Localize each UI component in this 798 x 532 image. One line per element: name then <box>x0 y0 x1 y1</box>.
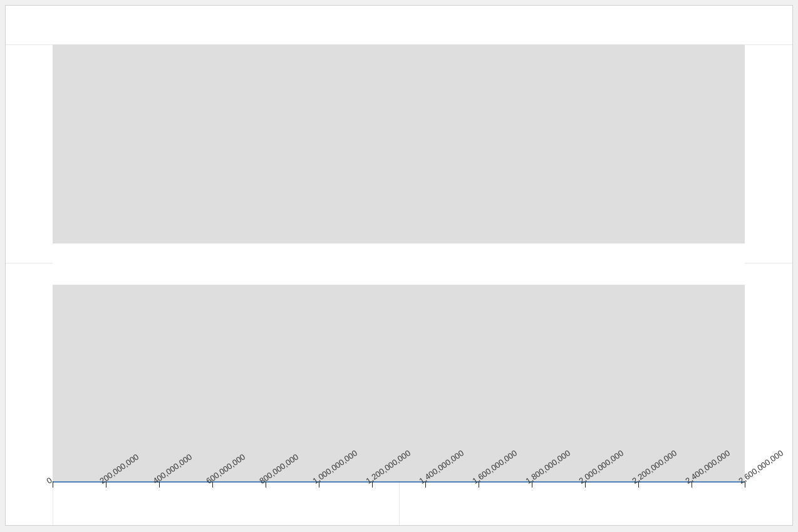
chart-panel: 0200,000,000400,000,000600,000,000800,00… <box>5 5 793 526</box>
plot-area[interactable] <box>53 6 745 481</box>
chart-facet-band <box>53 44 745 243</box>
chart-facet-band <box>53 285 745 481</box>
x-axis: 0200,000,000400,000,000600,000,000800,00… <box>53 481 745 525</box>
